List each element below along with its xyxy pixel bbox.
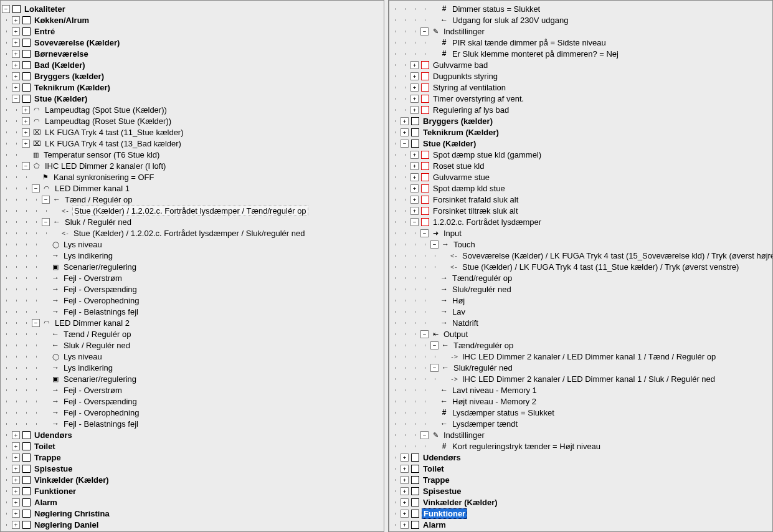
expand-toggle[interactable]: + [410,83,419,92]
function-red[interactable]: +Forsinket frafald sluk alt [391,194,771,205]
settings[interactable]: −Indstillinger [391,26,771,37]
out-item[interactable]: Lavt niveau - Memory 1 [391,384,771,396]
function-red[interactable]: +Dugpunkts styring [391,70,771,82]
expand-toggle[interactable]: + [22,128,30,136]
expand-toggle[interactable]: + [22,106,30,114]
lamp-outlet[interactable]: +Lampeudtag (Roset Stue (Kælder)) [2,115,382,126]
tree-label[interactable]: Kort reguleringstryk tænder = Højt nivea… [451,442,602,451]
fault[interactable]: Fejl - Overspænding [2,396,382,407]
expand-toggle[interactable]: + [410,184,419,192]
tree-label[interactable]: Stue (Kælder) / 1.2.02.c. Fortrådet lysd… [72,206,308,216]
folder[interactable]: +Nøglering Daniel [2,519,382,530]
expand-toggle[interactable]: + [401,521,409,529]
link[interactable]: IHC LED Dimmer 2 kanaler / LED Dimmer ka… [391,373,771,384]
tree-label[interactable]: IHC LED Dimmer 2 kanaler (I loft) [44,161,167,171]
tree-label[interactable]: Udendørs [422,453,462,462]
status[interactable]: Dimmer status = Slukket [391,3,771,14]
folder[interactable]: +Toilet [391,463,771,474]
expand-toggle[interactable]: + [401,510,409,518]
input-item[interactable]: Høj [391,295,771,306]
expand-toggle[interactable]: + [12,476,20,484]
switch[interactable]: +LK FUGA Tryk 4 tast (13_Bad kælder) [2,138,382,149]
dimmer-func[interactable]: −1.2.02.c. Fortrådet lysdæmper [391,216,771,227]
folder[interactable]: +Spisestue [2,463,382,474]
tree-label[interactable]: Fejl - Overophedning [62,296,140,305]
tree-label[interactable]: Er Sluk klemme monteret på dimmeren? = N… [451,49,620,59]
tree-label[interactable]: Roset stue kld [432,161,485,171]
expand-toggle[interactable]: − [22,162,30,170]
tree-label[interactable]: Sluk/regulér ned [452,363,514,373]
level[interactable]: Lys niveau [2,239,382,250]
tree-label[interactable]: Nøglering Daniel [33,520,100,530]
settings[interactable]: −Indstillinger [391,429,771,440]
expand-toggle[interactable]: − [2,5,10,13]
folder[interactable]: +Trappe [2,452,382,463]
root[interactable]: −Lokaliteter [2,3,382,14]
expand-toggle[interactable]: + [401,487,409,495]
tree-label[interactable]: Bryggers (kælder) [33,72,105,81]
output-group[interactable]: −Output [391,328,771,340]
folder[interactable]: +Toilet [2,440,382,452]
tree-label[interactable]: 1.2.02.c. Fortrådet lysdæmper [432,217,543,227]
function-red[interactable]: +Forsinket tiltræk sluk alt [391,205,771,216]
tree-label[interactable]: Vinkælder (Kælder) [422,498,499,507]
expand-toggle[interactable]: + [12,16,20,24]
tree-label[interactable]: Lavt niveau - Memory 1 [451,386,538,395]
input-item[interactable]: Tænd/regulér op [391,272,771,283]
cmd-off[interactable]: Sluk / Regulér ned [2,340,382,351]
tree-label[interactable]: Gulvvarme bad [432,60,489,70]
tree-label[interactable]: Spot dæmp stue kld (gammel) [432,150,543,159]
channel-2[interactable]: −LED Dimmer kanal 2 [2,317,382,328]
expand-toggle[interactable]: − [12,95,20,103]
tree-label[interactable]: Fejl - Overophedning [62,408,140,417]
tree-label[interactable]: Output [442,330,469,339]
expand-toggle[interactable]: − [32,319,40,327]
expand-toggle[interactable]: + [410,61,419,69]
tree-label[interactable]: Alarm [422,520,447,530]
tree-label[interactable]: Fejl - Overstrøm [62,273,123,283]
expand-toggle[interactable]: + [12,521,20,529]
cmd-off[interactable]: −Sluk / Regulér ned [2,216,382,227]
tree-label[interactable]: Bryggers (kælder) [422,116,494,126]
tree-label[interactable]: Teknikrum (Kælder) [33,83,111,92]
tree-label[interactable]: Indstillinger [442,27,486,36]
expand-toggle[interactable]: − [420,431,429,439]
tree-label[interactable]: Teknikrum (Kælder) [422,128,500,137]
channel-1[interactable]: −LED Dimmer kanal 1 [2,183,382,194]
folder[interactable]: +Teknikrum (Kælder) [391,126,771,138]
folder[interactable]: +Bryggers (kælder) [391,115,771,126]
sync-flag[interactable]: Kanal synkronisering = OFF [2,171,382,183]
tree-label[interactable]: Lys indikering [62,251,114,260]
tree-label[interactable]: Temperatur sensor (T6 Stue kld) [42,150,161,159]
setting[interactable]: Er Sluk klemme monteret på dimmeren? = N… [391,48,771,59]
tree-label[interactable]: Funktioner [422,508,467,519]
function-red[interactable]: +Spot dæmp kld stue [391,183,771,194]
tree-label[interactable]: Fejl - Overspænding [62,285,138,294]
tree-label[interactable]: Vinkælder (Kælder) [33,475,110,485]
tree-label[interactable]: IHC LED Dimmer 2 kanaler / LED Dimmer ka… [461,352,717,361]
tree-label[interactable]: Touch [452,240,477,249]
expand-toggle[interactable]: − [32,184,40,192]
expand-toggle[interactable]: − [420,330,429,338]
tree-label[interactable]: LED Dimmer kanal 1 [54,184,131,193]
folder[interactable]: +Soveværelse (Kælder) [2,37,382,48]
expand-toggle[interactable]: + [410,151,419,159]
folder[interactable]: +Funktioner [2,485,382,496]
expand-toggle[interactable]: − [42,196,50,204]
fault[interactable]: Fejl - Belastnings fejl [2,418,382,429]
tree-label[interactable]: Spisestue [422,487,462,496]
tree-label[interactable]: Udendørs [33,430,74,440]
folder-stue[interactable]: −Stue (Kælder) [391,138,771,149]
expand-toggle[interactable]: + [410,173,419,181]
tree-label[interactable]: Tænd / Regulér op [62,330,132,339]
expand-toggle[interactable]: + [401,454,409,462]
folder[interactable]: +Udendørs [391,452,771,463]
fault[interactable]: Fejl - Belastnings fejl [2,306,382,317]
fault[interactable]: Fejl - Overstrøm [2,384,382,396]
folder[interactable]: +Bryggers (kælder) [2,70,382,82]
expand-toggle[interactable]: + [12,431,20,439]
tree-label[interactable]: Tænd/regulér op [451,273,513,283]
fault[interactable]: Fejl - Overstrøm [2,272,382,283]
folder[interactable]: +Køkken/Alrum [2,14,382,26]
folder[interactable]: +Teknikrum (Kælder) [2,82,382,93]
